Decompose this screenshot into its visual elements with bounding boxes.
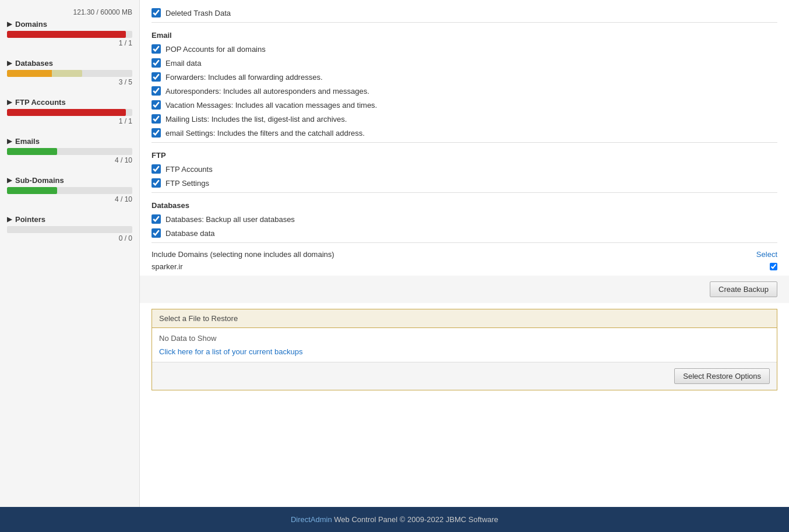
- checkbox-row-forwarders: Forwarders: Includes all forwarding addr…: [152, 70, 777, 84]
- include-domains-row: Include Domains (selecting none includes…: [152, 245, 777, 261]
- select-domains-link[interactable]: Select: [756, 250, 777, 259]
- sidebar-item-emails[interactable]: ▶ Emails: [7, 137, 132, 146]
- checkbox-email-settings[interactable]: [152, 128, 161, 138]
- divider-domains: [152, 242, 777, 243]
- checkbox-label-ftp-settings: FTP Settings: [165, 179, 209, 188]
- footer-text: Web Control Panel © 2009-2022 JBMC Softw…: [332, 515, 498, 524]
- checkbox-ftp-accounts[interactable]: [152, 164, 161, 174]
- checkbox-domain-sparker[interactable]: [770, 263, 777, 270]
- divider-ftp: [152, 142, 777, 143]
- main-content: 121.30 / 60000 MB ▶ Domains 1 / 1 ▶ Data…: [0, 0, 789, 507]
- sidebar-section-ftp: ▶ FTP Accounts 1 / 1: [0, 94, 139, 133]
- subdomains-bar-container: [7, 187, 132, 194]
- checkbox-databases[interactable]: [152, 214, 161, 224]
- sidebar-item-ftp[interactable]: ▶ FTP Accounts: [7, 98, 132, 107]
- checkbox-ftp-settings[interactable]: [152, 178, 161, 188]
- sidebar-section-pointers: ▶ Pointers 0 / 0: [0, 212, 139, 251]
- page-wrapper: 121.30 / 60000 MB ▶ Domains 1 / 1 ▶ Data…: [0, 0, 789, 532]
- ftp-section-label: FTP: [152, 145, 777, 162]
- domains-bar: [7, 31, 126, 38]
- checkbox-deleted-trash[interactable]: [152, 8, 161, 17]
- checkbox-label-email-settings: email Settings: Includes the filters and…: [165, 129, 365, 138]
- sidebar-label-databases: Databases: [15, 59, 53, 68]
- sidebar-item-pointers[interactable]: ▶ Pointers: [7, 215, 132, 224]
- ftp-stat: 1 / 1: [7, 117, 132, 125]
- include-domains-label: Include Domains (selecting none includes…: [152, 250, 334, 259]
- sidebar-item-databases[interactable]: ▶ Databases: [7, 59, 132, 68]
- checkbox-row-autoresponders: Autoresponders: Includes all autorespond…: [152, 84, 777, 98]
- checkbox-vacation-messages[interactable]: [152, 100, 161, 110]
- sidebar-label-pointers: Pointers: [15, 215, 45, 224]
- restore-button-row: Select Restore Options: [152, 362, 777, 390]
- checkbox-label-deleted-trash: Deleted Trash Data: [165, 9, 231, 17]
- databases-stat: 3 / 5: [7, 78, 132, 86]
- checkbox-row-pop: POP Accounts for all domains: [152, 42, 777, 56]
- ftp-bar: [7, 109, 126, 116]
- databases-section-label: Databases: [152, 195, 777, 212]
- checkbox-label-email-data: Email data: [165, 59, 201, 68]
- arrow-icon-emails: ▶: [7, 138, 12, 145]
- select-restore-options-button[interactable]: Select Restore Options: [674, 368, 770, 384]
- domains-bar-container: [7, 31, 132, 38]
- checkbox-pop-accounts[interactable]: [152, 44, 161, 54]
- checkbox-label-forwarders: Forwarders: Includes all forwarding addr…: [165, 73, 323, 82]
- checkbox-row-database-data: Database data: [152, 226, 777, 240]
- sidebar-label-domains: Domains: [15, 20, 47, 29]
- arrow-icon-domains: ▶: [7, 20, 12, 28]
- checkbox-label-pop: POP Accounts for all domains: [165, 45, 266, 54]
- checkbox-label-databases: Databases: Backup all user databases: [165, 215, 295, 224]
- checkbox-label-vacation: Vacation Messages: Includes all vacation…: [165, 101, 377, 110]
- sidebar-item-domains[interactable]: ▶ Domains: [7, 20, 132, 29]
- checkbox-row-vacation: Vacation Messages: Includes all vacation…: [152, 98, 777, 112]
- emails-stat: 4 / 10: [7, 156, 132, 164]
- create-backup-button[interactable]: Create Backup: [710, 281, 777, 297]
- emails-bar-container: [7, 148, 132, 155]
- footer: DirectAdmin Web Control Panel © 2009-202…: [0, 507, 789, 532]
- checkbox-row-email-data: Email data: [152, 56, 777, 70]
- domains-stat: 1 / 1: [7, 39, 132, 47]
- restore-section-header: Select a File to Restore: [152, 309, 777, 328]
- disk-usage: 121.30 / 60000 MB: [0, 6, 139, 16]
- divider-email: [152, 22, 777, 23]
- restore-link[interactable]: Click here for a list of your current ba…: [159, 347, 302, 356]
- subdomains-stat: 4 / 10: [7, 195, 132, 203]
- sidebar-label-emails: Emails: [15, 137, 40, 146]
- no-data-text: No Data to Show: [159, 334, 770, 343]
- domain-row-sparker: sparker.ir: [152, 261, 777, 273]
- domain-name: sparker.ir: [152, 262, 182, 271]
- sidebar-item-subdomains[interactable]: ▶ Sub-Domains: [7, 176, 132, 185]
- create-backup-button-row: Create Backup: [140, 276, 789, 303]
- arrow-icon-databases: ▶: [7, 59, 12, 67]
- checkbox-row-ftp-settings: FTP Settings: [152, 176, 777, 190]
- checkbox-label-mailing-lists: Mailing Lists: Includes the list, digest…: [165, 115, 347, 124]
- sidebar-section-emails: ▶ Emails 4 / 10: [0, 133, 139, 172]
- email-section-label: Email: [152, 25, 777, 42]
- checkbox-row-mailing-lists: Mailing Lists: Includes the list, digest…: [152, 112, 777, 126]
- checkbox-database-data[interactable]: [152, 228, 161, 238]
- checkbox-label-database-data: Database data: [165, 229, 215, 238]
- databases-bar-container: [7, 70, 132, 77]
- checkbox-email-data[interactable]: [152, 58, 161, 68]
- sidebar-section-domains: ▶ Domains 1 / 1: [0, 16, 139, 55]
- backup-section: Deleted Trash Data Email POP Accounts fo…: [140, 0, 789, 396]
- checkbox-forwarders[interactable]: [152, 72, 161, 82]
- checkbox-row-email-settings: email Settings: Includes the filters and…: [152, 126, 777, 140]
- checkbox-row-deleted-trash: Deleted Trash Data: [152, 6, 777, 20]
- sidebar: 121.30 / 60000 MB ▶ Domains 1 / 1 ▶ Data…: [0, 0, 140, 507]
- sidebar-label-ftp: FTP Accounts: [15, 98, 66, 107]
- checkbox-label-ftp-accounts: FTP Accounts: [165, 165, 213, 174]
- checkbox-autoresponders[interactable]: [152, 86, 161, 96]
- arrow-icon-ftp: ▶: [7, 98, 12, 106]
- emails-bar: [7, 148, 57, 155]
- pointers-bar-container: [7, 226, 132, 233]
- checkbox-label-autoresponders: Autoresponders: Includes all autorespond…: [165, 87, 369, 96]
- ftp-bar-container: [7, 109, 132, 116]
- checkbox-mailing-lists[interactable]: [152, 114, 161, 124]
- divider-databases: [152, 192, 777, 193]
- restore-section-body: No Data to Show Click here for a list of…: [152, 328, 777, 362]
- footer-link[interactable]: DirectAdmin: [291, 515, 332, 524]
- sidebar-section-subdomains: ▶ Sub-Domains 4 / 10: [0, 172, 139, 212]
- restore-section: Select a File to Restore No Data to Show…: [152, 309, 777, 390]
- right-panel: Deleted Trash Data Email POP Accounts fo…: [140, 0, 789, 507]
- arrow-icon-subdomains: ▶: [7, 177, 12, 184]
